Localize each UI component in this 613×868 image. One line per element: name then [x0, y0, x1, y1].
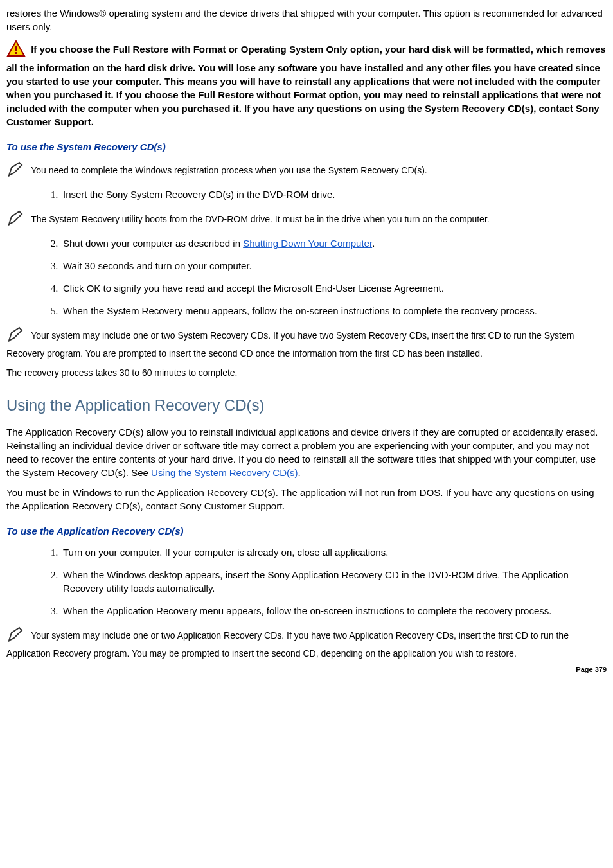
pencil-icon: [6, 161, 26, 181]
app-recovery-para1: The Application Recovery CD(s) allow you…: [6, 425, 607, 479]
note-text: Your system may include one or two Syste…: [6, 330, 574, 359]
warning-icon: [6, 40, 26, 61]
step2-pre: Shut down your computer as described in: [63, 238, 243, 249]
note-block: The System Recovery utility boots from t…: [6, 210, 607, 230]
pencil-icon: [6, 210, 26, 230]
note-text: The System Recovery utility boots from t…: [31, 214, 490, 224]
list-item: Wait 30 seconds and turn on your compute…: [60, 259, 607, 272]
page-number: Page 379: [6, 665, 607, 675]
sys-recovery-link[interactable]: Using the System Recovery CD(s): [151, 467, 298, 478]
sys-recovery-subhead: To use the System Recovery CD(s): [6, 140, 607, 154]
note-text: You need to complete the Windows registr…: [31, 165, 427, 175]
app-recovery-subhead: To use the Application Recovery CD(s): [6, 524, 607, 538]
note-block: Your system may include one or two Appli…: [6, 626, 607, 660]
app-recovery-heading: Using the Application Recovery CD(s): [6, 394, 607, 416]
svg-rect-1: [15, 46, 17, 51]
list-item: Click OK to signify you have read and ac…: [60, 281, 607, 295]
pencil-icon: [6, 326, 26, 346]
note-block: You need to complete the Windows registr…: [6, 161, 607, 181]
warning-block: If you choose the Full Restore with Form…: [6, 40, 607, 128]
step2-post: .: [372, 238, 375, 249]
note-block: Your system may include one or two Syste…: [6, 326, 607, 360]
svg-rect-2: [15, 52, 17, 54]
list-item: Shut down your computer as described in …: [60, 236, 607, 250]
list-item: When the Application Recovery menu appea…: [60, 604, 607, 617]
para1-post: .: [298, 467, 300, 478]
list-item: When the System Recovery menu appears, f…: [60, 304, 607, 317]
list-item: Insert the Sony System Recovery CD(s) in…: [60, 188, 607, 201]
warning-text: If you choose the Full Restore with Form…: [6, 44, 605, 127]
note-text: Your system may include one or two Appli…: [6, 630, 569, 659]
list-item: Turn on your computer. If your computer …: [60, 545, 607, 559]
shutting-down-link[interactable]: Shutting Down Your Computer: [243, 238, 372, 249]
list-item: When the Windows desktop appears, insert…: [60, 568, 607, 595]
app-recovery-para2: You must be in Windows to run the Applic…: [6, 486, 607, 513]
recovery-time-note: The recovery process takes 30 to 60 minu…: [6, 367, 607, 380]
pencil-icon: [6, 626, 26, 646]
intro-paragraph: restores the Windows® operating system a…: [6, 6, 607, 33]
para1-pre: The Application Recovery CD(s) allow you…: [6, 427, 598, 478]
